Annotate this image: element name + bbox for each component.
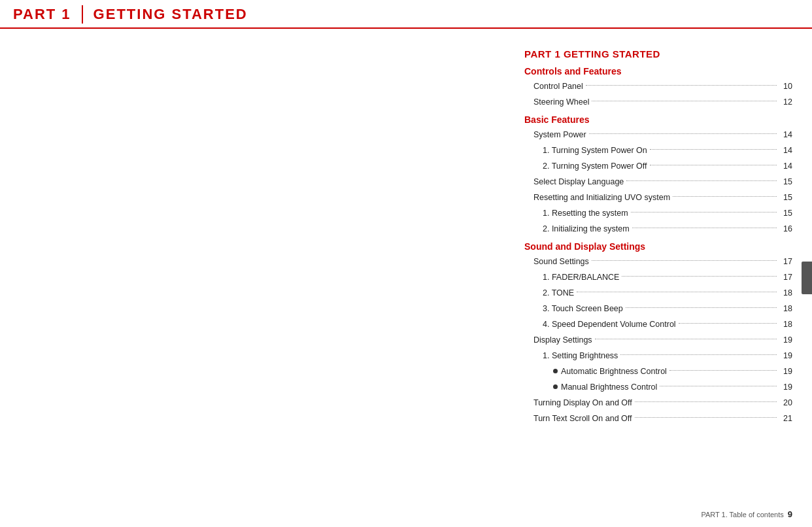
toc-entry-row: 4. Speed Dependent Volume Control18 — [524, 317, 792, 332]
toc-entry-label: 2. Initializing the system — [524, 224, 630, 233]
toc-bullet-dot — [553, 384, 558, 389]
toc-page-number: 19 — [779, 351, 792, 360]
toc-bullet-label-text: Manual Brightness Control — [561, 382, 657, 392]
toc-dots — [673, 196, 777, 197]
header-divider — [82, 5, 83, 24]
toc-entry-row: 2. Turning System Power Off14 — [524, 159, 792, 173]
toc-entry-row: 1. FADER/BALANCE17 — [524, 270, 792, 284]
toc-entry-row: 1. Setting Brightness19 — [524, 348, 792, 363]
toc-section-header: Controls and Features — [524, 66, 792, 76]
footer: PART 1. Table of contents 9 — [701, 509, 792, 519]
toc-dots — [660, 386, 777, 386]
toc-page-number: 14 — [779, 146, 792, 155]
toc-entry-label: Turn Text Scroll On and Off — [524, 414, 632, 423]
toc-dots — [632, 228, 777, 228]
toc-dots — [635, 401, 777, 402]
toc-section-header: Basic Features — [524, 114, 792, 125]
toc-dots — [635, 417, 777, 418]
main-content: PART 1 GETTING STARTED Controls and Feat… — [0, 29, 812, 527]
toc-entry-label: Display Settings — [524, 335, 592, 345]
toc-page-number: 17 — [779, 273, 792, 282]
toc-entry-row: Sound Settings17 — [524, 254, 792, 269]
toc-entry-row: Turn Text Scroll On and Off21 — [524, 411, 792, 426]
toc-entries: Controls and FeaturesControl Panel10Stee… — [524, 66, 792, 426]
toc-entry-row: Control Panel10 — [524, 79, 792, 94]
toc-entry-label: System Power — [524, 130, 586, 139]
toc-dots — [589, 133, 777, 134]
page-header: PART 1 GETTING STARTED — [0, 0, 812, 29]
toc-dots — [595, 339, 777, 339]
toc-page-number: 16 — [779, 224, 792, 233]
footer-page: 9 — [788, 509, 792, 519]
toc-entry-label: Steering Wheel — [524, 97, 589, 107]
toc-dots — [622, 276, 777, 277]
left-area — [0, 29, 505, 527]
toc-bullet-label-text: Automatic Brightness Control — [561, 367, 667, 376]
toc-page-number: 15 — [779, 193, 792, 202]
toc-entry-label: 2. Turning System Power Off — [524, 162, 647, 171]
toc-bullet-label-wrap: Automatic Brightness Control — [524, 367, 667, 376]
toc-bullet-entry-row: Manual Brightness Control19 — [524, 380, 792, 394]
toc-bullet-label-wrap: Manual Brightness Control — [524, 382, 657, 392]
toc-entry-label: Control Panel — [524, 82, 583, 91]
toc-dots — [626, 307, 777, 308]
toc-page-number: 18 — [779, 304, 792, 313]
toc-bullet-dot — [553, 369, 558, 373]
toc-entry-row: Select Display Language15 — [524, 175, 792, 189]
header-part-label: PART 1 — [13, 6, 71, 23]
toc-dots — [650, 149, 777, 150]
toc-bullet-entry-row: Automatic Brightness Control19 — [524, 364, 792, 379]
toc-page-number: 18 — [779, 320, 792, 329]
toc-page-number: 17 — [779, 257, 792, 266]
toc-dots — [669, 370, 777, 371]
toc-page-number: 15 — [779, 177, 792, 186]
toc-dots — [626, 180, 777, 181]
toc-page-number: 19 — [779, 382, 792, 392]
toc-page-number: 21 — [779, 414, 792, 423]
toc-dots — [577, 292, 777, 292]
toc-page-number: 14 — [779, 162, 792, 171]
toc-entry-row: 1. Resetting the system15 — [524, 206, 792, 220]
toc-entry-label: 1. Resetting the system — [524, 209, 628, 218]
footer-label: PART 1. Table of contents — [701, 511, 783, 518]
toc-entry-row: Resetting and Initializing UVO system15 — [524, 190, 792, 205]
toc-entry-row: 3. Touch Screen Beep18 — [524, 301, 792, 316]
toc-entry-label: 3. Touch Screen Beep — [524, 304, 623, 313]
toc-entry-label: Turning Display On and Off — [524, 398, 632, 407]
toc-entry-row: Display Settings19 — [524, 333, 792, 347]
toc-entry-label: Resetting and Initializing UVO system — [524, 193, 670, 202]
toc-page-number: 10 — [779, 82, 792, 91]
toc-dots — [620, 354, 777, 355]
toc-entry-row: 2. Initializing the system16 — [524, 222, 792, 236]
toc-entry-label: Sound Settings — [524, 257, 589, 266]
toc-entry-label: 1. FADER/BALANCE — [524, 273, 619, 282]
toc-entry-label: 1. Turning System Power On — [524, 146, 647, 155]
toc-dots — [592, 101, 777, 101]
toc-page-number: 14 — [779, 130, 792, 139]
toc-entry-label: 2. TONE — [524, 288, 574, 298]
toc-entry-label: 1. Setting Brightness — [524, 351, 618, 360]
toc-page-number: 20 — [779, 398, 792, 407]
toc-dots — [592, 260, 777, 261]
toc-entry-label: 4. Speed Dependent Volume Control — [524, 320, 676, 329]
header-title: GETTING STARTED — [93, 6, 248, 23]
toc-section-header: Sound and Display Settings — [524, 241, 792, 252]
toc-page-number: 19 — [779, 367, 792, 376]
toc-entry-row: Steering Wheel12 — [524, 95, 792, 109]
toc-entry-row: Turning Display On and Off20 — [524, 396, 792, 410]
toc-entry-label: Select Display Language — [524, 177, 624, 186]
toc-page-number: 12 — [779, 97, 792, 107]
toc-page-number: 18 — [779, 288, 792, 298]
toc-entry-row: System Power14 — [524, 128, 792, 142]
toc-area: PART 1 GETTING STARTED Controls and Feat… — [505, 29, 812, 527]
toc-dots — [586, 85, 777, 86]
toc-entry-row: 1. Turning System Power On14 — [524, 143, 792, 158]
toc-dots — [631, 212, 777, 212]
toc-dots — [650, 165, 777, 165]
toc-page-number: 19 — [779, 335, 792, 345]
scroll-indicator[interactable] — [802, 262, 812, 294]
toc-entry-row: 2. TONE18 — [524, 286, 792, 300]
toc-main-title: PART 1 GETTING STARTED — [524, 48, 792, 60]
toc-page-number: 15 — [779, 209, 792, 218]
toc-dots — [679, 323, 777, 324]
